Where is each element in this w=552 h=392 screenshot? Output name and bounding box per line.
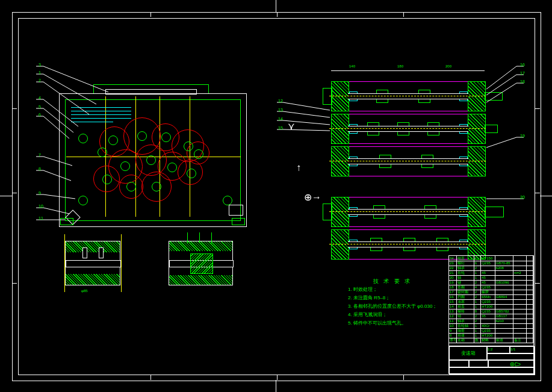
bom-cell: HT150 — [481, 256, 495, 261]
bom-cell — [527, 261, 534, 266]
bom-cell: 4 — [474, 285, 482, 290]
bom-cell — [513, 294, 527, 299]
bom-cell — [527, 314, 534, 319]
bom-cell — [495, 333, 513, 338]
bom-cell: 1 — [474, 270, 482, 275]
bom-cell — [527, 338, 534, 343]
bolt-hole — [184, 142, 193, 151]
notes-title: 技 术 要 求 — [348, 277, 437, 285]
bom-cell — [527, 275, 534, 280]
bolt-hole — [152, 182, 161, 191]
svg-line-12 — [43, 157, 72, 166]
bom-cell: 11 — [449, 319, 457, 323]
bolt-hole — [167, 163, 177, 172]
bom-cell: 8 — [449, 333, 457, 338]
bom-cell — [527, 319, 534, 323]
bom-cell: 序号 — [449, 338, 457, 343]
bom-cell — [527, 328, 534, 333]
bom-cell: 9 — [449, 328, 457, 333]
bolt-hole — [146, 155, 156, 165]
bom-cell — [495, 275, 513, 280]
bom-cell: Q235 — [481, 309, 495, 314]
svg-point-41 — [512, 364, 513, 365]
boss-right — [229, 205, 243, 216]
bom-cell — [527, 304, 534, 309]
bom-cell: 20 — [449, 275, 457, 280]
bom-row: 序号名称数材料标准备注 — [449, 338, 533, 343]
bom-cell: Q235 — [481, 328, 495, 333]
leader-label: 7 — [37, 153, 42, 158]
dim-text: 140 — [349, 64, 355, 68]
bolt-hole — [194, 149, 203, 159]
bom-cell — [527, 294, 534, 299]
bom-cell: 18 — [449, 285, 457, 290]
section-mark-icon: ⋎ — [288, 120, 295, 132]
svg-point-40 — [510, 362, 514, 366]
svg-line-22 — [283, 102, 330, 110]
leader-label: 20 — [519, 195, 526, 200]
bom-cell — [513, 280, 527, 285]
leader-label: 6 — [37, 113, 42, 117]
bom-cell — [495, 323, 513, 328]
view-arrow-icon: ⊕→ — [304, 191, 321, 203]
date-cell — [449, 367, 535, 375]
svg-line-36 — [486, 137, 516, 148]
leader-label: 14 — [277, 117, 284, 122]
dim-text: 180 — [397, 64, 403, 68]
bom-cell: 2 — [474, 290, 482, 294]
bom-cell — [513, 304, 527, 309]
bom-cell: 2 — [474, 294, 482, 299]
bom-cell — [513, 290, 527, 294]
bom-cell: Q235 — [481, 299, 495, 304]
bom-cell: GB70-85 — [495, 261, 513, 266]
notes-item: 3. 各相邻孔的位置度公差不大于 φ0.030； — [348, 302, 437, 311]
bom-cell: 45 — [481, 270, 495, 275]
drawing-title: 变速箱 — [449, 346, 488, 361]
bom-cell: 箱盖 — [457, 304, 474, 309]
leader-label: 13 — [277, 108, 284, 113]
leader-label: 19 — [519, 134, 526, 138]
bom-cell: 键 — [457, 280, 474, 285]
bom-cell: 2 — [474, 266, 482, 270]
bolt-hole — [161, 132, 171, 142]
technical-notes: 技 术 要 求 1. 时效处理； 2. 未注圆角 R5–8； 3. 各相邻孔的位… — [348, 277, 437, 328]
bom-cell: GB1096 — [495, 280, 513, 285]
bom-cell: 销 — [457, 314, 474, 319]
bom-cell: 10 — [449, 323, 457, 328]
bom-cell — [513, 328, 527, 333]
bom-cell: 备注 — [513, 338, 527, 343]
notes-item: 2. 未注圆角 R5–8； — [348, 294, 437, 302]
bom-cell — [495, 304, 513, 309]
leader-label: 8 — [37, 167, 42, 172]
bom-cell: 2 — [474, 319, 482, 323]
bom-cell: 65Mn — [481, 294, 495, 299]
leader-label: 16 — [519, 63, 526, 67]
bom-cell — [513, 266, 527, 270]
bom-cell — [513, 309, 527, 314]
leader-label: 9 — [37, 191, 42, 196]
bom-cell — [481, 319, 495, 323]
bom-cell — [527, 333, 534, 338]
bom-cell: m=2 — [513, 270, 527, 275]
title-block: 变速箱 1:2 1/1 24端盖1HT15023螺钉6Q235GB70-8522… — [448, 255, 534, 374]
bom-cell — [495, 256, 513, 261]
bom-cell — [513, 299, 527, 304]
bom-cell: 轴承 — [457, 319, 474, 323]
leader-label: 17 — [519, 71, 526, 76]
bom-cell: HT200 — [481, 304, 495, 309]
bom-cell — [527, 309, 534, 314]
bom-cell: 21 — [449, 270, 457, 275]
bom-cell: HT200 — [481, 333, 495, 338]
bom-cell — [513, 323, 527, 328]
bom-cell — [495, 299, 513, 304]
bom-cell: 挡圈 — [457, 294, 474, 299]
bom-cell: 齿轮 — [457, 270, 474, 275]
bolt-hole — [223, 196, 232, 205]
bom-cell: 24 — [449, 256, 457, 261]
leader-lines-right-a — [277, 81, 337, 232]
bom-cell: 35 — [481, 314, 495, 319]
bom-cell: 40Cr — [481, 323, 495, 328]
leader-label: 2 — [37, 78, 42, 83]
bom-cell: 油塞 — [457, 299, 474, 304]
notes-item: 1. 时效处理； — [348, 285, 437, 294]
